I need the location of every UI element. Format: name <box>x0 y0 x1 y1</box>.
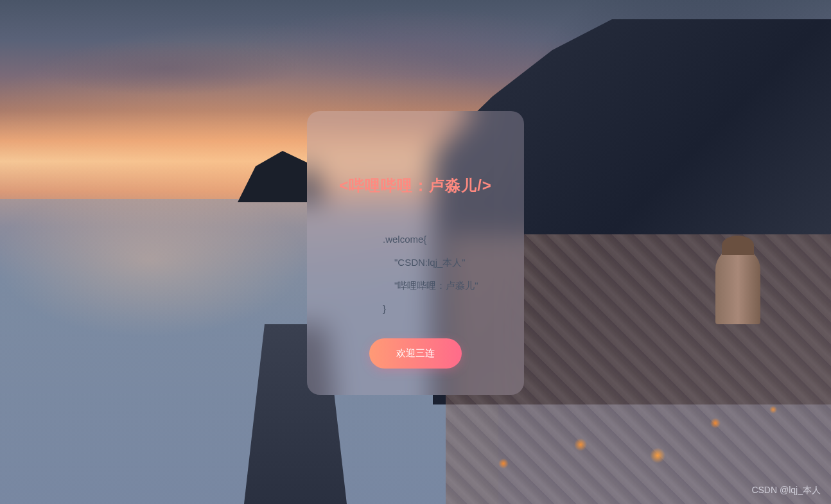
code-line-close: } <box>383 297 506 320</box>
welcome-button[interactable]: 欢迎三连 <box>369 338 462 369</box>
code-block: .welcome{ "CSDN:lqj_本人" "哔哩哔哩：卢淼儿" } <box>325 228 506 320</box>
code-line-1: "CSDN:lqj_本人" <box>383 251 506 274</box>
code-line-open: .welcome{ <box>383 228 506 251</box>
tower <box>715 247 760 324</box>
card-title: <哔哩哔哩：卢淼儿/> <box>339 175 492 196</box>
glass-card: <哔哩哔哩：卢淼儿/> .welcome{ "CSDN:lqj_本人" "哔哩哔… <box>307 111 524 395</box>
watermark: CSDN @lqj_本人 <box>751 485 821 496</box>
code-line-2: "哔哩哔哩：卢淼儿" <box>383 274 506 297</box>
